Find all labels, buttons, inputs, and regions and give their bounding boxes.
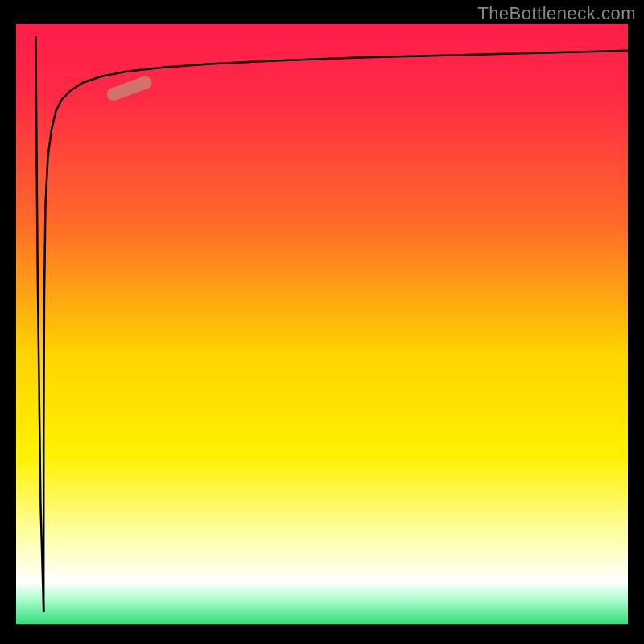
axis-left — [0, 0, 16, 644]
chart-svg — [0, 0, 644, 644]
plot-background — [16, 24, 628, 624]
watermark-text: TheBottleneck.com — [477, 3, 636, 24]
chart-container: TheBottleneck.com — [0, 0, 644, 644]
axis-bottom — [0, 624, 644, 644]
